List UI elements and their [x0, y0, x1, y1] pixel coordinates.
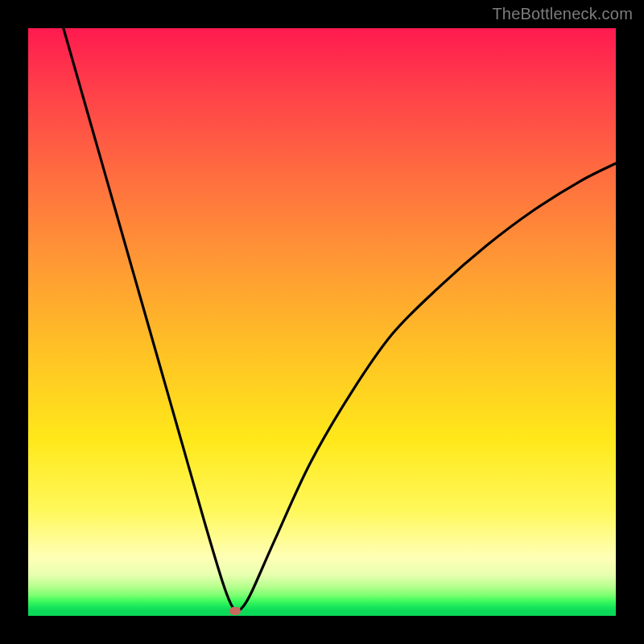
optimal-point-marker [229, 607, 241, 615]
watermark-text: TheBottleneck.com [492, 5, 633, 23]
plot-area [28, 28, 616, 616]
chart-frame: TheBottleneck.com [0, 0, 644, 644]
background-gradient [28, 28, 616, 616]
